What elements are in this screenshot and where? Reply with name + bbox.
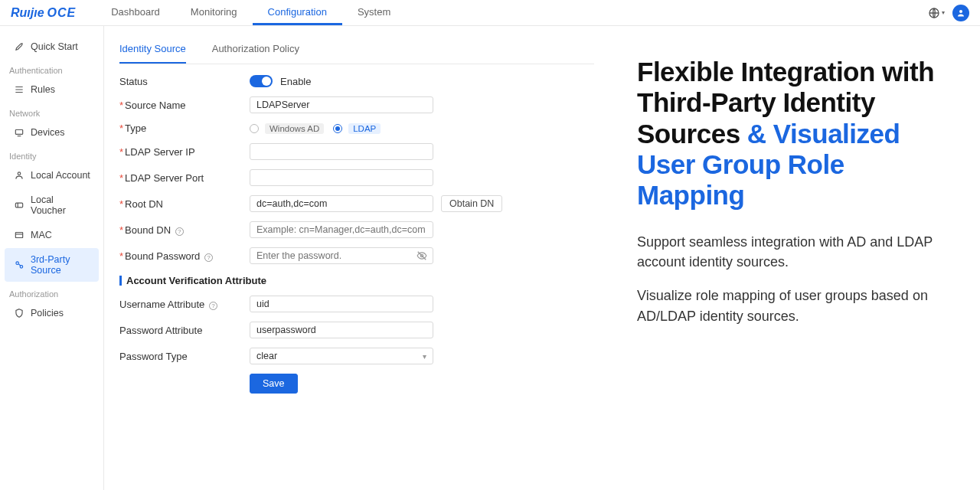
- eye-off-icon[interactable]: [416, 250, 427, 261]
- nav-system[interactable]: System: [342, 0, 406, 25]
- list-icon: [14, 84, 24, 95]
- pw-type-value: clear: [256, 351, 277, 361]
- user-attr-input[interactable]: [250, 296, 433, 312]
- svg-rect-2: [15, 130, 22, 135]
- user-icon: [956, 8, 965, 18]
- svg-rect-4: [15, 203, 22, 207]
- sidebar-item-label: 3rd-Party Source: [31, 254, 91, 276]
- chevron-down-icon: ▾: [423, 352, 426, 361]
- globe-icon: [928, 7, 940, 19]
- hero-para-2: Visualize role mapping of user groups ba…: [637, 286, 952, 325]
- logo-prefix: Ruıjıe: [11, 6, 44, 20]
- header: Ruıjıe OCE Dashboard Monitoring Configur…: [0, 0, 980, 26]
- save-button[interactable]: Save: [250, 374, 298, 394]
- sidebar-item-label: Policies: [31, 308, 64, 318]
- type-radio-windows-ad[interactable]: [250, 124, 259, 133]
- card-icon: [14, 230, 24, 240]
- sidebar-item-label: Rules: [31, 84, 55, 95]
- sidebar-item-mac[interactable]: MAC: [5, 224, 99, 247]
- sidebar-item-policies[interactable]: Policies: [5, 302, 99, 325]
- logo-suffix: OCE: [47, 6, 77, 20]
- sidebar-item-label: Local Voucher: [31, 194, 91, 216]
- tab-authorization-policy[interactable]: Authorization Policy: [212, 35, 299, 64]
- shield-icon: [14, 308, 24, 318]
- nav-monitoring[interactable]: Monitoring: [175, 0, 253, 25]
- sidebar-item-local-voucher[interactable]: Local Voucher: [5, 188, 99, 222]
- root-dn-label: Root DN: [125, 198, 163, 210]
- pw-type-label: Password Type: [119, 351, 188, 362]
- avatar[interactable]: [952, 5, 969, 21]
- type-label: Type: [125, 122, 146, 134]
- sidebar-item-local-account[interactable]: Local Account: [5, 164, 99, 187]
- svg-point-6: [16, 262, 19, 265]
- sidebar-item-3rd-party-source[interactable]: 3rd-Party Source: [5, 248, 99, 282]
- sidebar-item-label: Local Account: [31, 170, 90, 181]
- form-pane: Identity Source Authorization Policy Sta…: [104, 26, 609, 490]
- tabs: Identity Source Authorization Policy: [119, 35, 594, 64]
- language-switch[interactable]: ▾: [928, 7, 945, 19]
- hero-title: Flexible Integration with Third-Party Id…: [637, 57, 952, 211]
- section-title: Account Verification Attribute: [119, 275, 594, 286]
- svg-rect-5: [15, 233, 22, 238]
- pw-attr-label: Password Attribute: [119, 325, 202, 336]
- source-name-input[interactable]: [250, 96, 433, 113]
- sidebar-group-auth: Authentication: [0, 61, 103, 78]
- sidebar-item-quick-start[interactable]: Quick Start: [5, 35, 99, 58]
- tab-identity-source[interactable]: Identity Source: [119, 35, 186, 64]
- sidebar-item-rules[interactable]: Rules: [5, 78, 99, 101]
- ticket-icon: [14, 200, 24, 211]
- bound-dn-label: Bound DN: [125, 224, 171, 236]
- sidebar-item-label: Quick Start: [31, 41, 78, 52]
- type-radio-ldap[interactable]: [333, 124, 342, 133]
- info-icon[interactable]: ?: [209, 302, 217, 310]
- sidebar-item-label: MAC: [31, 230, 52, 240]
- nav-dashboard[interactable]: Dashboard: [96, 0, 175, 25]
- ldap-port-input[interactable]: [250, 169, 433, 186]
- type-option-ldap: LDAP: [348, 123, 381, 134]
- user-attr-label: Username Attribute: [119, 299, 204, 310]
- chevron-down-icon: ▾: [942, 9, 945, 16]
- sidebar-item-label: Devices: [31, 127, 64, 138]
- sidebar: Quick Start Authentication Rules Network…: [0, 26, 104, 490]
- svg-point-3: [18, 172, 21, 175]
- sidebar-group-identity: Identity: [0, 147, 103, 164]
- hero: Flexible Integration with Third-Party Id…: [609, 26, 980, 490]
- obtain-dn-button[interactable]: Obtain DN: [441, 195, 502, 212]
- bound-pw-label: Bound Password: [125, 250, 200, 262]
- root-dn-input[interactable]: [250, 195, 433, 212]
- pw-type-select[interactable]: clear ▾: [250, 348, 433, 364]
- hero-title-amp: &: [740, 119, 773, 149]
- sidebar-item-devices[interactable]: Devices: [5, 121, 99, 144]
- rocket-icon: [14, 41, 24, 52]
- status-switch[interactable]: [250, 75, 273, 87]
- info-icon[interactable]: ?: [204, 253, 213, 262]
- ldap-port-label: LDAP Server Port: [125, 172, 204, 184]
- bound-dn-input[interactable]: [250, 221, 433, 238]
- ldap-ip-input[interactable]: [250, 143, 433, 160]
- logo: Ruıjıe OCE: [0, 6, 87, 20]
- sidebar-group-authorization: Authorization: [0, 285, 103, 302]
- type-option-windows-ad: Windows AD: [265, 123, 324, 134]
- user-icon: [14, 170, 24, 181]
- info-icon[interactable]: ?: [175, 227, 184, 236]
- section-bar: [119, 276, 122, 286]
- pw-attr-input[interactable]: [250, 322, 433, 338]
- top-nav: Dashboard Monitoring Configuration Syste…: [96, 0, 406, 25]
- device-icon: [14, 127, 24, 138]
- hero-para-1: Support seamless integration with AD and…: [637, 232, 952, 272]
- ldap-ip-label: LDAP Server IP: [125, 146, 195, 158]
- section-label: Account Verification Attribute: [126, 275, 266, 286]
- status-enable-text: Enable: [280, 76, 311, 87]
- status-label: Status: [119, 76, 250, 87]
- source-name-label: Source Name: [125, 100, 185, 111]
- header-right: ▾: [928, 5, 980, 21]
- bound-pw-input[interactable]: [250, 247, 433, 264]
- nav-configuration[interactable]: Configuration: [253, 0, 342, 25]
- sidebar-group-network: Network: [0, 104, 103, 121]
- org-icon: [14, 260, 24, 270]
- svg-point-1: [959, 10, 962, 13]
